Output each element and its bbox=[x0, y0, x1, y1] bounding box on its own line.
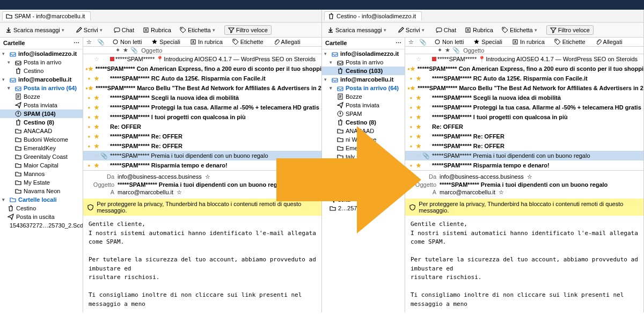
tag-button[interactable]: Etichetta▾ bbox=[500, 26, 542, 34]
message-row[interactable]: ●★*****SPAM***** Proteggi la tua casa. A… bbox=[83, 103, 321, 112]
quickfilter-button[interactable]: Filtro veloce bbox=[224, 25, 272, 35]
folder-trash[interactable]: Cestino (8) bbox=[0, 118, 83, 127]
folder-spam[interactable]: SPAM (104) bbox=[0, 109, 83, 118]
star-icon[interactable]: ★ bbox=[93, 123, 100, 130]
folder-custom[interactable]: My Estate bbox=[0, 178, 83, 187]
message-row[interactable]: ☆*****SPAM***** 📍Introducing AIOSEO 4.1.… bbox=[83, 54, 321, 64]
remote-content-warning[interactable]: Per proteggere la privacy, Thunderbird h… bbox=[83, 199, 321, 216]
folder-custom[interactable]: varra Neon bbox=[322, 187, 405, 195]
folder-trash[interactable]: Cestino bbox=[0, 67, 83, 75]
tag-button[interactable]: Etichetta▾ bbox=[178, 26, 220, 34]
filter-attach[interactable]: Allegati bbox=[593, 38, 625, 46]
folder-outbox[interactable]: Posta in uscita bbox=[0, 213, 83, 221]
message-row[interactable]: ☆📎*****SPAM***** Premia i tuoi dipendent… bbox=[83, 151, 321, 160]
star-icon[interactable]: ★ bbox=[410, 85, 415, 92]
folder-misc[interactable]: 1543637272…25730_2.Scd bbox=[0, 221, 83, 230]
star-icon[interactable]: ★ bbox=[415, 123, 422, 130]
folder-inbox[interactable]: ▾Posta in arrivo bbox=[0, 58, 83, 67]
folder-custom[interactable]: ANACAAD bbox=[0, 127, 83, 135]
remote-content-warning[interactable]: Per proteggere la privacy, Thunderbird h… bbox=[405, 199, 643, 216]
message-row[interactable]: ●★*****SPAM***** Proteggi la tua casa. A… bbox=[405, 103, 643, 112]
folder-custom[interactable]: Maior Capital bbox=[0, 161, 83, 170]
folder-drafts[interactable]: Bozze bbox=[0, 92, 83, 101]
star-icon[interactable]: ☆ bbox=[93, 152, 100, 159]
folder-drafts[interactable]: Bozze bbox=[322, 92, 405, 101]
folder-inbox[interactable]: ▾Posta in arrivo bbox=[322, 58, 405, 67]
filter-contacts[interactable]: In rubrica bbox=[188, 38, 225, 46]
filter-unread[interactable]: Non letti bbox=[110, 38, 144, 46]
star-icon[interactable]: ★ bbox=[415, 104, 422, 111]
message-row[interactable]: ●★Re: OFFER bbox=[83, 122, 321, 131]
chat-button[interactable]: Chat bbox=[112, 26, 136, 34]
star-icon[interactable]: ★ bbox=[88, 85, 93, 92]
message-row[interactable]: ☆📎*****SPAM***** Premia i tuoi dipendent… bbox=[405, 151, 643, 160]
folder-custom[interactable]: EmeraldKey bbox=[322, 144, 405, 152]
star-icon[interactable]: ★ bbox=[415, 114, 422, 121]
folder-custom[interactable]: Mannos bbox=[0, 170, 83, 178]
folder-inbox-marco[interactable]: ▾Posta in arrivo (64) bbox=[322, 84, 405, 92]
star-icon[interactable]: ★ bbox=[88, 65, 93, 72]
account-marco[interactable]: ▾info@marcobellu.it bbox=[0, 75, 83, 84]
filter-unread[interactable]: Non letti bbox=[432, 38, 466, 46]
folder-sent[interactable]: Posta inviata bbox=[322, 101, 405, 109]
filter-attach[interactable]: Allegati bbox=[271, 38, 303, 46]
star-icon[interactable]: ☆ bbox=[93, 56, 100, 63]
folder-trash[interactable]: Cestino (103) bbox=[322, 67, 405, 75]
message-row[interactable]: ●★*****SPAM***** I tuoi progetti con qua… bbox=[405, 112, 643, 122]
message-row[interactable]: ●★*****SPAM***** Marco Bellu "The Best A… bbox=[83, 83, 321, 93]
filter-star-icon[interactable]: ☆ bbox=[408, 39, 414, 46]
col-subject[interactable]: Oggetto bbox=[141, 47, 162, 54]
folder-custom[interactable]: Greenitaly Coast bbox=[0, 152, 83, 161]
star-icon[interactable]: ★ bbox=[93, 114, 100, 121]
folder-custom[interactable]: Budoni Welcome bbox=[0, 135, 83, 144]
filter-clip-icon[interactable]: 📎 bbox=[97, 39, 105, 46]
folder-custom[interactable]: My Estate bbox=[322, 178, 405, 187]
star-icon[interactable]: ★ bbox=[93, 143, 100, 150]
preview-to[interactable]: marco@marcobellu.it bbox=[118, 189, 173, 196]
filter-starred[interactable]: Speciali bbox=[149, 38, 182, 46]
star-icon[interactable]: ★ bbox=[93, 162, 100, 169]
folder-inbox-marco[interactable]: ▾Posta in arrivo (64) bbox=[0, 84, 83, 92]
message-row[interactable]: ●★*****SPAM***** Con American Express, f… bbox=[83, 64, 321, 74]
message-row[interactable]: ●★*****SPAM***** Risparmia tempo e denar… bbox=[405, 160, 643, 170]
filter-clip-icon[interactable]: 📎 bbox=[419, 39, 427, 46]
star-icon[interactable]: ★ bbox=[93, 104, 100, 111]
star-icon[interactable]: ★ bbox=[415, 94, 422, 101]
filter-starred[interactable]: Speciali bbox=[471, 38, 504, 46]
folder-custom[interactable]: Mannos bbox=[322, 170, 405, 178]
message-row[interactable]: ●★*****SPAM***** RC Auto da 125€. Rispar… bbox=[83, 74, 321, 83]
message-row[interactable]: ●★*****SPAM***** Scegli la nuova idea di… bbox=[83, 93, 321, 103]
preview-from[interactable]: info@business-access.business bbox=[440, 173, 524, 180]
folder-trash-local[interactable]: Cestino bbox=[0, 204, 83, 213]
star-icon[interactable]: ★ bbox=[410, 65, 415, 72]
message-row[interactable]: ●★*****SPAM***** Scegli la nuova idea di… bbox=[405, 93, 643, 103]
star-icon[interactable]: ★ bbox=[415, 75, 422, 82]
col-subject[interactable]: Oggetto bbox=[463, 47, 484, 54]
download-button[interactable]: Scarica messaggi▾ bbox=[3, 26, 69, 34]
window-tab[interactable]: SPAM - info@marcobellu.it bbox=[2, 11, 91, 20]
star-icon[interactable]: ☆ bbox=[415, 152, 422, 159]
filter-tags[interactable]: Etichette bbox=[552, 38, 588, 46]
message-row[interactable]: ●★*****SPAM***** I tuoi progetti con qua… bbox=[83, 112, 321, 122]
filter-tags[interactable]: Etichette bbox=[230, 38, 266, 46]
star-icon[interactable]: ★ bbox=[93, 75, 100, 82]
star-icon[interactable]: ★ bbox=[93, 94, 100, 101]
compose-button[interactable]: Scrivi▾ bbox=[74, 26, 107, 34]
filter-contacts[interactable]: In rubrica bbox=[510, 38, 547, 46]
message-row[interactable]: ●★*****SPAM***** RC Auto da 125€. Rispar… bbox=[405, 74, 643, 83]
folder-outbox[interactable]: scita bbox=[322, 195, 405, 204]
download-button[interactable]: Scarica messaggi▾ bbox=[325, 26, 391, 34]
message-row[interactable]: ●★*****SPAM***** Re: OFFER bbox=[405, 131, 643, 141]
folder-custom[interactable]: ANACAAD bbox=[322, 127, 405, 135]
folder-custom[interactable]: EmeraldKey bbox=[0, 144, 83, 152]
folder-sent[interactable]: Posta inviata bbox=[0, 101, 83, 109]
star-icon[interactable]: ☆ bbox=[415, 56, 422, 63]
folder-custom[interactable]: ni Welcome bbox=[322, 135, 405, 144]
star-icon[interactable]: ★ bbox=[415, 143, 422, 150]
star-icon[interactable]: ★ bbox=[415, 162, 422, 169]
folder-custom[interactable]: taly Coast bbox=[322, 152, 405, 161]
quickfilter-button[interactable]: Filtro veloce bbox=[546, 25, 594, 35]
star-icon[interactable]: ★ bbox=[93, 133, 100, 140]
sidebar-menu-icon[interactable]: ⋯ bbox=[396, 40, 401, 47]
window-tab[interactable]: Cestino - info@isoladimezzo.it bbox=[324, 11, 422, 20]
